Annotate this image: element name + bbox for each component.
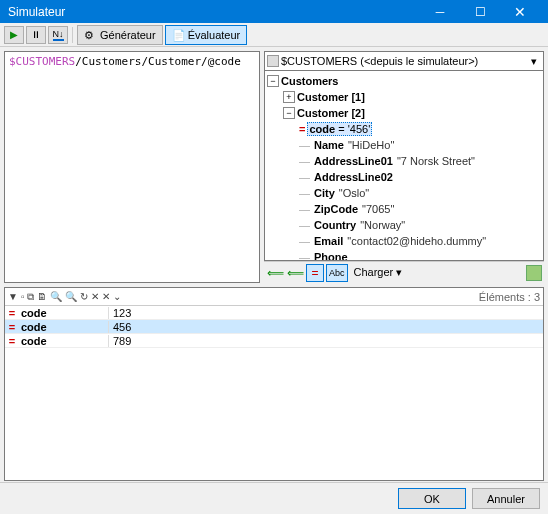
attribute-icon: = xyxy=(5,307,19,319)
dialog-footer: OK Annuler xyxy=(0,482,548,514)
xpath-editor[interactable]: $CUSTOMERS/Customers/Customer/@code xyxy=(4,51,260,283)
grid-row[interactable]: =code789 xyxy=(5,334,543,348)
grid-row[interactable]: =code456 xyxy=(5,320,543,334)
xml-tree[interactable]: −Customers +Customer [1] −Customer [2] =… xyxy=(264,71,544,261)
attribute-icon: = xyxy=(5,321,19,333)
tree-node-code[interactable]: =code = '456' xyxy=(267,121,541,137)
zoom-icon[interactable]: 🔍 xyxy=(65,291,77,302)
cell-name: code xyxy=(19,321,109,333)
results-panel: ▼ ▫ ⧉ 🗎 🔍 🔍 ↻ ✕ ✕ ⌄ Éléments : 3 =code12… xyxy=(4,287,544,481)
results-toolbar: ▼ ▫ ⧉ 🗎 🔍 🔍 ↻ ✕ ✕ ⌄ Éléments : 3 xyxy=(5,288,543,306)
ok-button[interactable]: OK xyxy=(398,488,466,509)
tree-node-root[interactable]: −Customers xyxy=(267,73,541,89)
cell-name: code xyxy=(19,335,109,347)
grid-row[interactable]: =code123 xyxy=(5,306,543,320)
cancel-button[interactable]: Annuler xyxy=(472,488,540,509)
attribute-icon: = xyxy=(5,335,19,347)
tab-evaluateur-label: Évaluateur xyxy=(188,29,241,41)
collapse-icon[interactable]: − xyxy=(283,107,295,119)
tab-generateur-label: Générateur xyxy=(100,29,156,41)
xpath-variable: $CUSTOMERS xyxy=(9,55,75,68)
combo-text: $CUSTOMERS (<depuis le simulateur>) xyxy=(281,55,527,67)
play-button[interactable]: ▶ xyxy=(4,26,24,44)
cell-value: 123 xyxy=(109,307,543,319)
xpath-path: /Customers/Customer/@code xyxy=(75,55,241,68)
tree-node-zip[interactable]: —ZipCode"7065" xyxy=(267,201,541,217)
main-toolbar: ▶ ⏸ N↓ ⚙ Générateur 📄 Évaluateur xyxy=(0,23,548,47)
filter-icon[interactable]: ▼ xyxy=(8,291,18,302)
combo-icon xyxy=(267,55,279,67)
chevron-down-icon[interactable]: ▾ xyxy=(527,55,541,68)
maximize-button[interactable]: ☐ xyxy=(460,0,500,23)
load-dropdown[interactable]: Charger ▾ xyxy=(350,266,407,279)
tree-node-country[interactable]: —Country"Norway" xyxy=(267,217,541,233)
collapse-icon[interactable]: − xyxy=(267,75,279,87)
source-combo[interactable]: $CUSTOMERS (<depuis le simulateur>) ▾ xyxy=(264,51,544,71)
tree-node-city[interactable]: —City"Oslo" xyxy=(267,185,541,201)
copy-icon[interactable]: ⧉ xyxy=(27,291,34,303)
tree-node-email[interactable]: —Email"contact02@hideho.dummy" xyxy=(267,233,541,249)
pause-button[interactable]: ⏸ xyxy=(26,26,46,44)
tab-evaluateur[interactable]: 📄 Évaluateur xyxy=(165,25,248,45)
tree-node-customer2[interactable]: −Customer [2] xyxy=(267,105,541,121)
titlebar: Simulateur ─ ☐ ✕ xyxy=(0,0,548,23)
cell-name: code xyxy=(19,307,109,319)
minimize-button[interactable]: ─ xyxy=(420,0,460,23)
cell-value: 789 xyxy=(109,335,543,347)
attribute-icon: = xyxy=(299,123,305,135)
cell-value: 456 xyxy=(109,321,543,333)
tree-node-customer1[interactable]: +Customer [1] xyxy=(267,89,541,105)
delete-icon[interactable]: ✕ xyxy=(91,291,99,302)
tree-node-addr1[interactable]: —AddressLine01"7 Norsk Street" xyxy=(267,153,541,169)
results-grid[interactable]: =code123 =code456 =code789 xyxy=(5,306,543,480)
doc-icon[interactable]: 🗎 xyxy=(37,291,47,302)
nav-fwd-button[interactable]: ⟸ xyxy=(286,264,304,282)
export-icon[interactable] xyxy=(526,265,542,281)
separator xyxy=(72,27,73,43)
nav-back-button[interactable]: ⟸ xyxy=(266,264,284,282)
tree-panel: $CUSTOMERS (<depuis le simulateur>) ▾ −C… xyxy=(264,51,544,283)
close-button[interactable]: ✕ xyxy=(500,0,540,23)
tree-toolbar: ⟸ ⟸ = Abc Charger ▾ xyxy=(264,261,544,283)
search-icon[interactable]: 🔍 xyxy=(50,291,62,302)
gear-icon: ⚙ xyxy=(84,29,96,41)
tree-node-name[interactable]: —Name"HiDeHo" xyxy=(267,137,541,153)
collapse-icon[interactable]: ⌄ xyxy=(113,291,121,302)
filter-attr-button[interactable]: = xyxy=(306,264,324,282)
clear-icon[interactable]: ✕ xyxy=(102,291,110,302)
window-title: Simulateur xyxy=(8,5,420,19)
content-area: $CUSTOMERS/Customers/Customer/@code $CUS… xyxy=(0,47,548,287)
expand-icon[interactable]: ▫ xyxy=(21,291,25,302)
refresh-icon[interactable]: ↻ xyxy=(80,291,88,302)
elements-count: Éléments : 3 xyxy=(479,291,540,303)
document-icon: 📄 xyxy=(172,29,184,41)
filter-text-button[interactable]: Abc xyxy=(326,264,348,282)
tree-node-phone[interactable]: —Phone xyxy=(267,249,541,261)
step-button[interactable]: N↓ xyxy=(48,26,68,44)
tab-generateur[interactable]: ⚙ Générateur xyxy=(77,25,163,45)
expand-icon[interactable]: + xyxy=(283,91,295,103)
tree-node-addr2[interactable]: —AddressLine02 xyxy=(267,169,541,185)
